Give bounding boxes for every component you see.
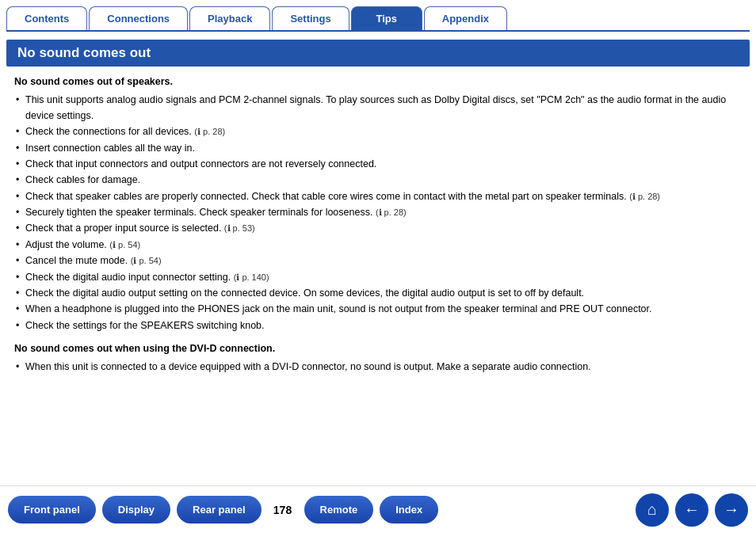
list-item: Securely tighten the speaker terminals. … <box>14 205 742 220</box>
forward-button[interactable]: → <box>715 493 748 527</box>
section-title: No sound comes out <box>6 40 750 67</box>
list-item: Check the settings for the SPEAKERS swit… <box>14 318 742 333</box>
list-item: Adjust the volume. (ℹ p. 54) <box>14 238 742 253</box>
index-button[interactable]: Index <box>380 496 438 523</box>
front-panel-button[interactable]: Front panel <box>8 496 96 523</box>
tabs-underline <box>6 30 750 32</box>
back-icon: ← <box>684 501 700 519</box>
tab-contents[interactable]: Contents <box>6 6 87 30</box>
subheading2: No sound comes out when using the DVI-D … <box>14 341 742 356</box>
tab-tips[interactable]: Tips <box>351 6 422 30</box>
subheading1: No sound comes out of speakers. <box>14 74 742 89</box>
list-item: When a headphone is plugged into the PHO… <box>14 302 742 317</box>
page-number: 178 <box>271 504 295 516</box>
tabs-bar: Contents Connections Playback Settings T… <box>0 0 756 30</box>
list-item: Check cables for damage. <box>14 173 742 188</box>
list-item: Check that a proper input source is sele… <box>14 221 742 236</box>
tab-connections[interactable]: Connections <box>89 6 188 30</box>
bottom-bar: Front panel Display Rear panel 178 Remot… <box>0 485 756 533</box>
list-item: Check the digital audio output setting o… <box>14 286 742 301</box>
display-button[interactable]: Display <box>102 496 170 523</box>
home-button[interactable]: ⌂ <box>636 493 669 527</box>
list-item: Check the digital audio input connector … <box>14 270 742 285</box>
list-item: Check the connections for all devices. (… <box>14 124 742 139</box>
bullets-list-2: When this unit is connected to a device … <box>14 360 742 375</box>
list-item: When this unit is connected to a device … <box>14 360 742 375</box>
rear-panel-button[interactable]: Rear panel <box>177 496 261 523</box>
remote-button[interactable]: Remote <box>304 496 374 523</box>
tab-appendix[interactable]: Appendix <box>424 6 507 30</box>
home-icon: ⌂ <box>647 501 657 519</box>
list-item: This unit supports analog audio signals … <box>14 93 742 124</box>
list-item: Insert connection cables all the way in. <box>14 141 742 156</box>
list-item: Check that input connectors and output c… <box>14 157 742 172</box>
bullets-list-1: This unit supports analog audio signals … <box>14 93 742 333</box>
main-content: No sound comes out of speakers. This uni… <box>0 74 756 375</box>
tab-settings[interactable]: Settings <box>272 6 349 30</box>
list-item: Check that speaker cables are properly c… <box>14 189 742 204</box>
tab-playback[interactable]: Playback <box>189 6 270 30</box>
back-button[interactable]: ← <box>675 493 708 527</box>
list-item: Cancel the mute mode. (ℹ p. 54) <box>14 253 742 268</box>
forward-icon: → <box>724 501 739 519</box>
